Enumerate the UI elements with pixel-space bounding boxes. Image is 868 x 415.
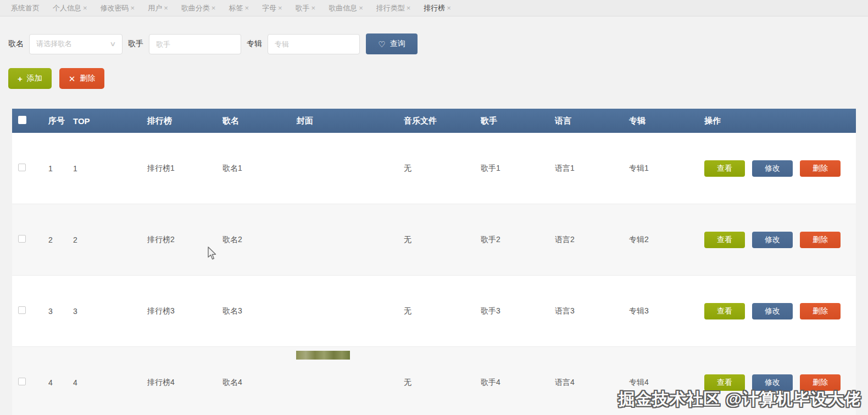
tab-歌曲分类[interactable]: 歌曲分类× xyxy=(181,3,216,13)
cell-no: 3 xyxy=(43,307,68,316)
song-select[interactable]: 请选择歌名 ∨ xyxy=(29,34,123,54)
cell-singer: 歌手4 xyxy=(475,378,549,388)
delete-row-button[interactable]: 删除 xyxy=(800,232,841,248)
row-checkbox-cell xyxy=(12,306,43,316)
delete-row-button[interactable]: 删除 xyxy=(800,374,841,391)
cell-album: 专辑1 xyxy=(624,164,699,173)
row-checkbox[interactable] xyxy=(18,235,26,243)
cell-no: 4 xyxy=(43,378,68,387)
cell-top: 3 xyxy=(68,307,142,316)
table-row: 11排行榜1歌名1无歌手1语言1专辑1查看修改删除 xyxy=(12,133,856,204)
cell-language: 语言1 xyxy=(549,164,624,173)
cell-singer: 歌手3 xyxy=(475,306,549,316)
tab-close-icon[interactable]: × xyxy=(164,4,168,12)
tab-字母[interactable]: 字母× xyxy=(262,3,282,13)
delete-row-button[interactable]: 删除 xyxy=(800,160,841,177)
tab-歌曲信息[interactable]: 歌曲信息× xyxy=(329,3,363,13)
row-checkbox[interactable] xyxy=(18,378,26,385)
singer-label: 歌手 xyxy=(128,39,143,49)
table-row: 33排行榜3歌名3无歌手3语言3专辑3查看修改删除 xyxy=(12,276,856,347)
view-button[interactable]: 查看 xyxy=(704,303,745,319)
tab-close-icon[interactable]: × xyxy=(311,4,316,12)
table-body: 11排行榜1歌名1无歌手1语言1专辑1查看修改删除22排行榜2歌名2无歌手2语言… xyxy=(12,133,856,415)
column-header: TOP xyxy=(68,116,142,126)
tab-label: 用户 xyxy=(148,3,162,13)
column-header: 操作 xyxy=(699,116,856,126)
tab-标签[interactable]: 标签× xyxy=(229,3,249,13)
tab-close-icon[interactable]: × xyxy=(131,4,135,12)
tab-label: 歌曲信息 xyxy=(329,3,357,13)
edit-button[interactable]: 修改 xyxy=(752,160,793,177)
row-checkbox-cell xyxy=(12,164,43,173)
toolbar: + 添加 ✕ 删除 xyxy=(8,68,868,89)
view-button[interactable]: 查看 xyxy=(704,160,745,177)
cell-album: 专辑3 xyxy=(624,306,699,316)
column-header: 封面 xyxy=(291,116,398,126)
cell-music: 无 xyxy=(398,378,475,388)
tab-label: 个人信息 xyxy=(53,3,81,13)
row-checkbox[interactable] xyxy=(18,164,26,171)
cover-image-partial xyxy=(296,351,350,360)
add-button-label: 添加 xyxy=(27,74,42,83)
tab-close-icon[interactable]: × xyxy=(212,4,216,12)
cell-song: 歌名2 xyxy=(217,235,291,245)
table-row: 22排行榜2歌名2无歌手2语言2专辑2查看修改删除 xyxy=(12,204,856,276)
tab-label: 歌曲分类 xyxy=(181,3,210,13)
query-button-label: 查询 xyxy=(390,39,405,49)
tab-个人信息[interactable]: 个人信息× xyxy=(53,3,87,13)
tab-close-icon[interactable]: × xyxy=(244,4,249,12)
tab-排行榜[interactable]: 排行榜× xyxy=(424,3,451,13)
cell-music: 无 xyxy=(398,306,475,316)
tab-label: 修改密码 xyxy=(101,3,129,13)
delete-button-label: 删除 xyxy=(80,74,95,83)
tab-bar: 系统首页个人信息×修改密码×用户×歌曲分类×标签×字母×歌手×歌曲信息×排行类型… xyxy=(0,0,868,16)
row-checkbox[interactable] xyxy=(18,306,26,314)
album-filter-group: 专辑 xyxy=(247,34,360,54)
cell-song: 歌名3 xyxy=(217,306,291,316)
tab-label: 系统首页 xyxy=(11,3,40,13)
edit-button[interactable]: 修改 xyxy=(752,232,793,248)
add-button[interactable]: + 添加 xyxy=(8,68,52,89)
column-header: 音乐文件 xyxy=(398,116,475,126)
delete-row-button[interactable]: 删除 xyxy=(800,303,841,319)
row-checkbox-cell xyxy=(12,378,43,387)
column-header: 序号 xyxy=(43,116,68,126)
cell-language: 语言4 xyxy=(549,378,624,388)
tab-close-icon[interactable]: × xyxy=(407,4,411,12)
edit-button[interactable]: 修改 xyxy=(752,303,793,319)
query-button[interactable]: ♡ 查询 xyxy=(366,33,418,54)
tab-close-icon[interactable]: × xyxy=(359,4,363,12)
select-all-checkbox[interactable] xyxy=(18,116,26,124)
header-checkbox-cell xyxy=(12,116,43,126)
tab-用户[interactable]: 用户× xyxy=(148,3,168,13)
album-input[interactable] xyxy=(268,34,360,54)
row-actions: 查看修改删除 xyxy=(699,160,856,177)
chevron-down-icon: ∨ xyxy=(109,40,116,48)
tab-label: 排行类型 xyxy=(376,3,405,13)
cell-singer: 歌手2 xyxy=(475,235,549,245)
tab-系统首页[interactable]: 系统首页 xyxy=(11,3,40,13)
tab-close-icon[interactable]: × xyxy=(447,4,451,12)
delete-button[interactable]: ✕ 删除 xyxy=(59,68,105,89)
tab-close-icon[interactable]: × xyxy=(278,4,282,12)
view-button[interactable]: 查看 xyxy=(704,232,745,248)
tab-close-icon[interactable]: × xyxy=(83,4,87,12)
singer-filter-group: 歌手 xyxy=(128,34,241,54)
tab-歌手[interactable]: 歌手× xyxy=(296,3,316,13)
cell-album: 专辑4 xyxy=(624,378,699,388)
tab-修改密码[interactable]: 修改密码× xyxy=(101,3,135,13)
cell-music: 无 xyxy=(398,164,475,173)
cell-song: 歌名1 xyxy=(217,164,291,173)
view-button[interactable]: 查看 xyxy=(704,374,745,391)
singer-input[interactable] xyxy=(149,34,241,54)
cell-top: 2 xyxy=(68,235,142,244)
tab-label: 歌手 xyxy=(296,3,310,13)
cell-top: 4 xyxy=(68,378,142,387)
row-checkbox-cell xyxy=(12,235,43,244)
tab-排行类型[interactable]: 排行类型× xyxy=(376,3,411,13)
column-header: 歌名 xyxy=(217,116,291,126)
x-icon: ✕ xyxy=(69,75,76,83)
row-actions: 查看修改删除 xyxy=(699,232,856,248)
cell-song: 歌名4 xyxy=(217,378,291,388)
edit-button[interactable]: 修改 xyxy=(752,374,793,391)
